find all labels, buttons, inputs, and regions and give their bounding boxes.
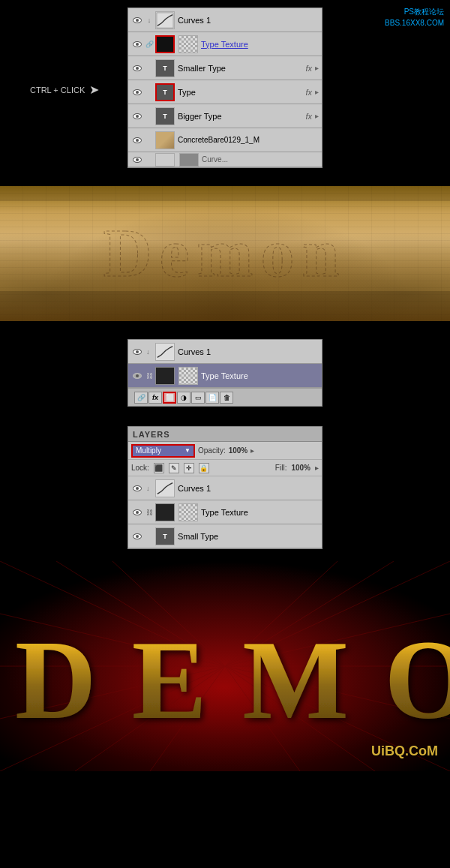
- watermark-line1: PS教程论坛: [385, 6, 444, 17]
- blend-opacity-row: Multiply ▼ Opacity: 100% ▸: [128, 442, 322, 460]
- layer-mask-icon[interactable]: ⬜: [163, 392, 176, 404]
- delete-layer-icon[interactable]: 🗑: [220, 392, 233, 404]
- visibility-toggle-curves1[interactable]: [131, 15, 143, 26]
- layer-thumb-type-texture: [155, 35, 175, 53]
- visibility-toggle-smaller-type[interactable]: [131, 63, 143, 74]
- dashed-text-selection: Demon: [0, 186, 450, 321]
- eye-mid-type-texture: [133, 373, 142, 379]
- layer-name-full-small-type: Small Type: [178, 532, 319, 541]
- layer-thumb-full-curves1: [155, 479, 175, 497]
- visibility-toggle-full-type-texture[interactable]: [131, 507, 143, 518]
- group-layers-icon[interactable]: ▭: [191, 392, 205, 404]
- layer-row-type[interactable]: T Type fx ▸: [128, 80, 322, 104]
- visibility-toggle-bigger-type[interactable]: [131, 111, 143, 122]
- visibility-toggle-full-small-type[interactable]: [131, 531, 143, 542]
- section1-layers-panel-container: CTRL + CLICK ➤ ↓ Curves 1: [0, 0, 450, 176]
- layer-row-mid-type-texture[interactable]: ⛓ Type Texture: [128, 364, 322, 388]
- eye-icon-type: [133, 89, 142, 95]
- thumb-more: [155, 153, 175, 167]
- full-chain: ⛓: [146, 509, 152, 516]
- expand-smaller-type: ▸: [315, 64, 319, 72]
- chain-link-icon[interactable]: 🔗: [134, 392, 148, 404]
- ctrl-click-label: CTRL + CLICK: [30, 86, 85, 95]
- mid-link: ↓: [146, 348, 152, 356]
- full-link1: ↓: [146, 485, 152, 492]
- opacity-label: Opacity:: [198, 446, 226, 455]
- concrete-texture: Demon: [0, 186, 450, 321]
- layer-row-mid-curves1[interactable]: ↓ Curves 1: [128, 340, 322, 364]
- layer-row-bigger-type[interactable]: T Bigger Type fx ▸: [128, 104, 322, 128]
- layer-row-type-texture[interactable]: 🔗 Type Texture: [128, 32, 322, 56]
- bottom-watermark: UiBQ.CoM: [371, 743, 438, 759]
- layer-thumb-bigger-type: T: [155, 107, 175, 125]
- svg-text:Demon: Demon: [104, 216, 347, 290]
- eye-mid-curves1: [133, 349, 142, 355]
- section3-layers-panel-container: ↓ Curves 1 ⛓ Type Texture: [0, 332, 450, 414]
- layer-row-more: Curve...: [128, 152, 322, 167]
- thumb-more2: [179, 153, 199, 167]
- layer-row-full-type-texture[interactable]: ⛓ Type Texture: [128, 500, 322, 524]
- layer-row-full-curves1[interactable]: ↓ Curves 1: [128, 476, 322, 500]
- lock-position-btn[interactable]: ✛: [184, 463, 194, 473]
- svg-text:D E M O: D E M O: [15, 617, 450, 740]
- visibility-toggle-full-curves1[interactable]: [131, 483, 143, 494]
- demon-text-wrapper: D E M O D E M O: [8, 590, 450, 743]
- layers-panel-top: ↓ Curves 1 🔗: [128, 8, 322, 168]
- new-layer-icon[interactable]: 📄: [206, 392, 219, 404]
- lock-transparent-btn[interactable]: ⬛: [154, 463, 164, 473]
- eye-icon-smaller-type: [133, 65, 142, 71]
- layer-thumb-mid-curves1: [155, 343, 175, 361]
- lock-fill-row: Lock: ⬛ ✎ ✛ 🔒 Fill: 100% ▸: [128, 460, 322, 476]
- svg-rect-4: [0, 186, 450, 201]
- layer-name-type: Type: [178, 88, 301, 97]
- link-spacer: ↓: [146, 17, 152, 24]
- layer-thumb-concrete: [155, 131, 175, 149]
- lock-pixels-btn[interactable]: ✎: [169, 463, 179, 473]
- fill-label: Fill:: [275, 464, 287, 472]
- eye-icon-bigger-type: [133, 113, 142, 119]
- concrete-wall-section: Demon: [0, 186, 450, 321]
- layer-row-concrete[interactable]: ConcreteBare0129_1_M: [128, 128, 322, 152]
- visibility-toggle-type-texture[interactable]: [131, 39, 143, 50]
- mid-chain: ⛓: [146, 372, 152, 380]
- layer-thumb-mid-texture-check: [178, 367, 198, 385]
- visibility-toggle-mid-type-texture[interactable]: [131, 371, 143, 381]
- layer-effects-icon[interactable]: fx: [148, 392, 162, 404]
- blend-mode-value: Multiply: [136, 446, 161, 455]
- lock-all-btn[interactable]: 🔒: [199, 463, 209, 473]
- eye-full-curves1: [133, 485, 142, 491]
- fill-stepper[interactable]: ▸: [315, 464, 319, 472]
- layer-thumb-smaller-type: T: [155, 59, 175, 77]
- visibility-toggle-type[interactable]: [131, 87, 143, 98]
- eye-icon-concrete: [133, 137, 142, 143]
- watermark-line2: BBS.16XX8.COM: [385, 17, 444, 29]
- eye-full-small-type: [133, 533, 142, 539]
- blend-mode-select[interactable]: Multiply ▼: [131, 444, 195, 458]
- more-label: Curve...: [202, 155, 228, 164]
- opacity-stepper[interactable]: ▸: [250, 446, 254, 455]
- layer-name-smaller-type: Smaller Type: [178, 64, 301, 73]
- fx-badge-smaller-type: fx: [305, 64, 312, 73]
- visibility-toggle-concrete[interactable]: [131, 135, 143, 146]
- blend-dropdown-arrow: ▼: [184, 447, 190, 454]
- layer-toolbar: 🔗 fx ⬜ ◑ ▭ 📄 🗑: [128, 388, 322, 406]
- layers-panel-mid: ↓ Curves 1 ⛓ Type Texture: [128, 339, 322, 407]
- toolbar-icons: 🔗 fx ⬜ ◑ ▭ 📄 🗑: [134, 392, 233, 404]
- layer-name-mid-curves1: Curves 1: [178, 347, 319, 356]
- layer-row-smaller-type[interactable]: T Smaller Type fx ▸: [128, 56, 322, 80]
- fx-badge-bigger-type: fx: [305, 112, 312, 121]
- layer-thumb-type: T: [155, 83, 175, 101]
- layer-row-curves1[interactable]: ↓ Curves 1: [128, 8, 322, 32]
- visibility-toggle-mid-curves1[interactable]: [131, 347, 143, 357]
- adjustment-layer-icon[interactable]: ◑: [177, 392, 190, 404]
- curves-icon-mid: [156, 344, 174, 360]
- eye-icon-type-texture: [133, 41, 142, 47]
- link-chain: 🔗: [146, 41, 152, 48]
- layer-name-mid-type-texture: Type Texture: [201, 371, 319, 380]
- demon-text-svg: D E M O D E M O: [8, 590, 450, 740]
- ctrl-click-arrow: ➤: [89, 83, 99, 97]
- spacer-1-2: [0, 176, 450, 180]
- layer-row-full-small-type[interactable]: T Small Type: [128, 524, 322, 548]
- layer-thumb-full-texture-check: [178, 503, 198, 521]
- fill-value: 100%: [291, 464, 310, 472]
